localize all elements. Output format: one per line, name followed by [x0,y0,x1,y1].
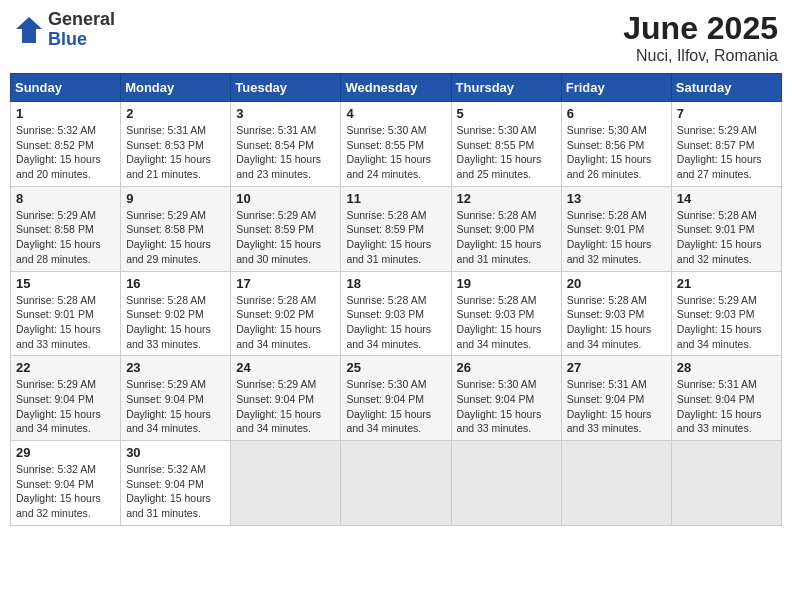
col-saturday: Saturday [671,74,781,102]
day-cell: 5 Sunrise: 5:30 AM Sunset: 8:55 PM Dayli… [451,102,561,187]
daylight-minutes: and 33 minutes. [16,338,91,350]
sunrise-label: Sunrise: 5:28 AM [457,294,537,306]
col-friday: Friday [561,74,671,102]
sunrise-label: Sunrise: 5:29 AM [236,378,316,390]
day-info: Sunrise: 5:30 AM Sunset: 8:55 PM Dayligh… [346,123,445,182]
daylight-minutes: and 34 minutes. [567,338,642,350]
day-number: 7 [677,106,776,121]
daylight-minutes: and 34 minutes. [236,338,311,350]
sunset-label: Sunset: 8:56 PM [567,139,645,151]
day-cell: 13 Sunrise: 5:28 AM Sunset: 9:01 PM Dayl… [561,186,671,271]
daylight-label: Daylight: 15 hours [346,323,431,335]
sunrise-label: Sunrise: 5:29 AM [16,209,96,221]
empty-cell [341,441,451,526]
empty-cell [561,441,671,526]
calendar-row: 1 Sunrise: 5:32 AM Sunset: 8:52 PM Dayli… [11,102,782,187]
sunrise-label: Sunrise: 5:28 AM [346,209,426,221]
daylight-label: Daylight: 15 hours [567,238,652,250]
sunset-label: Sunset: 9:04 PM [567,393,645,405]
title-block: June 2025 Nuci, Ilfov, Romania [623,10,778,65]
sunrise-label: Sunrise: 5:30 AM [346,378,426,390]
day-info: Sunrise: 5:30 AM Sunset: 9:04 PM Dayligh… [457,377,556,436]
daylight-label: Daylight: 15 hours [16,153,101,165]
sunrise-label: Sunrise: 5:29 AM [677,124,757,136]
daylight-label: Daylight: 15 hours [126,238,211,250]
day-cell: 15 Sunrise: 5:28 AM Sunset: 9:01 PM Dayl… [11,271,121,356]
day-info: Sunrise: 5:31 AM Sunset: 8:54 PM Dayligh… [236,123,335,182]
day-number: 29 [16,445,115,460]
sunrise-label: Sunrise: 5:32 AM [16,463,96,475]
day-number: 18 [346,276,445,291]
sunrise-label: Sunrise: 5:29 AM [677,294,757,306]
day-number: 3 [236,106,335,121]
day-info: Sunrise: 5:31 AM Sunset: 9:04 PM Dayligh… [567,377,666,436]
daylight-label: Daylight: 15 hours [457,408,542,420]
sunrise-label: Sunrise: 5:31 AM [126,124,206,136]
day-info: Sunrise: 5:32 AM Sunset: 9:04 PM Dayligh… [16,462,115,521]
empty-cell [231,441,341,526]
day-cell: 30 Sunrise: 5:32 AM Sunset: 9:04 PM Dayl… [121,441,231,526]
daylight-minutes: and 32 minutes. [567,253,642,265]
day-number: 16 [126,276,225,291]
daylight-label: Daylight: 15 hours [677,153,762,165]
daylight-label: Daylight: 15 hours [236,153,321,165]
sunset-label: Sunset: 8:58 PM [126,223,204,235]
daylight-minutes: and 33 minutes. [567,422,642,434]
daylight-label: Daylight: 15 hours [16,492,101,504]
day-cell: 2 Sunrise: 5:31 AM Sunset: 8:53 PM Dayli… [121,102,231,187]
daylight-label: Daylight: 15 hours [126,492,211,504]
col-wednesday: Wednesday [341,74,451,102]
day-info: Sunrise: 5:29 AM Sunset: 8:59 PM Dayligh… [236,208,335,267]
col-sunday: Sunday [11,74,121,102]
day-info: Sunrise: 5:28 AM Sunset: 9:02 PM Dayligh… [126,293,225,352]
day-cell: 8 Sunrise: 5:29 AM Sunset: 8:58 PM Dayli… [11,186,121,271]
day-number: 4 [346,106,445,121]
day-cell: 20 Sunrise: 5:28 AM Sunset: 9:03 PM Dayl… [561,271,671,356]
sunrise-label: Sunrise: 5:29 AM [16,378,96,390]
sunrise-label: Sunrise: 5:28 AM [457,209,537,221]
sunset-label: Sunset: 8:52 PM [16,139,94,151]
day-cell: 28 Sunrise: 5:31 AM Sunset: 9:04 PM Dayl… [671,356,781,441]
calendar-row: 15 Sunrise: 5:28 AM Sunset: 9:01 PM Dayl… [11,271,782,356]
daylight-label: Daylight: 15 hours [567,323,652,335]
daylight-minutes: and 34 minutes. [677,338,752,350]
empty-cell [451,441,561,526]
sunrise-label: Sunrise: 5:31 AM [677,378,757,390]
day-info: Sunrise: 5:28 AM Sunset: 9:01 PM Dayligh… [16,293,115,352]
day-cell: 18 Sunrise: 5:28 AM Sunset: 9:03 PM Dayl… [341,271,451,356]
daylight-minutes: and 34 minutes. [16,422,91,434]
day-number: 15 [16,276,115,291]
daylight-label: Daylight: 15 hours [126,408,211,420]
col-thursday: Thursday [451,74,561,102]
sunset-label: Sunset: 8:57 PM [677,139,755,151]
day-info: Sunrise: 5:28 AM Sunset: 9:00 PM Dayligh… [457,208,556,267]
sunset-label: Sunset: 9:03 PM [346,308,424,320]
day-cell: 12 Sunrise: 5:28 AM Sunset: 9:00 PM Dayl… [451,186,561,271]
day-cell: 22 Sunrise: 5:29 AM Sunset: 9:04 PM Dayl… [11,356,121,441]
sunset-label: Sunset: 9:00 PM [457,223,535,235]
day-cell: 27 Sunrise: 5:31 AM Sunset: 9:04 PM Dayl… [561,356,671,441]
day-cell: 3 Sunrise: 5:31 AM Sunset: 8:54 PM Dayli… [231,102,341,187]
day-info: Sunrise: 5:29 AM Sunset: 9:04 PM Dayligh… [126,377,225,436]
day-cell: 6 Sunrise: 5:30 AM Sunset: 8:56 PM Dayli… [561,102,671,187]
sunset-label: Sunset: 8:55 PM [457,139,535,151]
daylight-minutes: and 34 minutes. [346,338,421,350]
day-info: Sunrise: 5:28 AM Sunset: 9:03 PM Dayligh… [457,293,556,352]
col-tuesday: Tuesday [231,74,341,102]
day-number: 30 [126,445,225,460]
sunset-label: Sunset: 8:58 PM [16,223,94,235]
day-number: 22 [16,360,115,375]
daylight-label: Daylight: 15 hours [126,323,211,335]
day-number: 13 [567,191,666,206]
daylight-minutes: and 26 minutes. [567,168,642,180]
sunrise-label: Sunrise: 5:30 AM [457,124,537,136]
day-number: 17 [236,276,335,291]
sunset-label: Sunset: 8:59 PM [346,223,424,235]
day-cell: 19 Sunrise: 5:28 AM Sunset: 9:03 PM Dayl… [451,271,561,356]
sunrise-label: Sunrise: 5:30 AM [567,124,647,136]
day-number: 8 [16,191,115,206]
day-cell: 16 Sunrise: 5:28 AM Sunset: 9:02 PM Dayl… [121,271,231,356]
daylight-label: Daylight: 15 hours [126,153,211,165]
day-info: Sunrise: 5:28 AM Sunset: 9:03 PM Dayligh… [346,293,445,352]
logo-icon [14,15,44,45]
